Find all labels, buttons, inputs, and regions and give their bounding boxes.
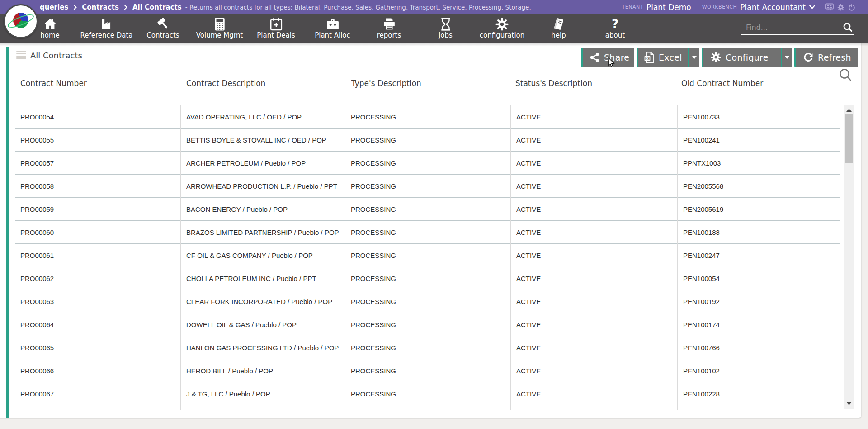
nav-item-reference-data[interactable]: Reference Data [78, 14, 135, 43]
nav-item-volume-mgmt[interactable]: Volume Mgmt [191, 14, 248, 43]
share-button[interactable]: Share [581, 48, 634, 67]
table-row[interactable]: PRO00061 CF OIL & GAS COMPANY / Pueblo /… [15, 244, 840, 267]
cell-types-description: PROCESSING [345, 313, 510, 336]
tenant-label: TENANT [622, 4, 643, 10]
chevron-down-icon[interactable] [809, 5, 815, 9]
cell-old-contract-number: PEN100102 [677, 359, 840, 382]
nav-item-plant-alloc[interactable]: Plant Alloc [304, 14, 361, 43]
table-row[interactable]: PRO00058 ARROWHEAD PRODUCTION L.P. / Pue… [15, 175, 840, 198]
cell-statuss-description: ACTIVE [510, 129, 677, 151]
cell-contract-number: PRO00057 [15, 152, 180, 174]
table-row[interactable]: PRO00060 BRAZOS LIMITED PARTNERSHIP / Pu… [15, 221, 840, 244]
column-header-contract-number[interactable]: Contract Number [20, 79, 87, 88]
cell-statuss-description: ACTIVE [510, 221, 677, 243]
cell-contract-description: ARROWHEAD PRODUCTION L.P. / Pueblo / PPT [180, 175, 345, 197]
nav-shadow [0, 43, 868, 46]
scroll-up-arrow[interactable] [846, 109, 852, 112]
table-row[interactable]: PRO00066 HEROD BILL / Pueblo / POP PROCE… [15, 359, 840, 382]
app-logo[interactable] [4, 4, 38, 38]
refresh-button[interactable]: Refresh [794, 48, 858, 67]
table-body: PRO00054 AVAD OPERATING, LLC / OED / POP… [15, 105, 840, 405]
cell-contract-description: BRAZOS LIMITED PARTNERSHIP / Pueblo / PO… [180, 221, 345, 243]
grid-search-icon[interactable] [838, 68, 853, 84]
breadcrumb-contracts[interactable]: Contracts [82, 3, 119, 11]
accent-border [6, 47, 9, 418]
cell-contract-description: J & TG, LLC / Pueblo / POP [180, 382, 345, 405]
cell-old-contract-number: PEN2005568 [677, 175, 840, 197]
table-row[interactable]: PRO00064 DOWELL OIL & GAS / Pueblo / POP… [15, 313, 840, 336]
cell-contract-description: AVAD OPERATING, LLC / OED / POP [180, 105, 345, 128]
breadcrumb-queries[interactable]: queries [40, 3, 68, 11]
chevron-right-icon [73, 5, 77, 10]
hourglass-icon [440, 17, 451, 31]
scroll-down-arrow[interactable] [846, 402, 852, 405]
cell-types-description: PROCESSING [345, 290, 510, 313]
find-field [741, 18, 854, 35]
cell-old-contract-number: PEN100192 [677, 290, 840, 313]
nav-item-jobs[interactable]: jobs [417, 14, 474, 43]
cell-contract-description: ARCHER PETROLEUM / Pueblo / POP [180, 152, 345, 174]
scrollbar-thumb[interactable] [845, 114, 853, 163]
power-icon[interactable] [848, 4, 855, 11]
nav-item-about[interactable]: ? about [587, 14, 643, 43]
column-header-contract-description[interactable]: Contract Description [186, 79, 265, 88]
cell-types-description: PROCESSING [345, 198, 510, 220]
tenant-value: Plant Demo [646, 3, 691, 12]
cell-contract-description: DOWELL OIL & GAS / Pueblo / POP [180, 313, 345, 336]
cell-contract-description: BACON ENERGY / Pueblo / POP [180, 198, 345, 220]
table-row[interactable]: PRO00059 BACON ENERGY / Pueblo / POP PRO… [15, 198, 840, 221]
briefcase-icon [326, 17, 340, 31]
cell-contract-description: CHOLLA PETROLEUM INC / Pueblo / PPT [180, 267, 345, 290]
vertical-scrollbar[interactable] [844, 105, 854, 409]
cell-contract-number: PRO00061 [15, 244, 180, 267]
nav-item-plant-deals[interactable]: Plant Deals [248, 14, 304, 43]
cell-statuss-description: ACTIVE [510, 382, 677, 405]
column-header-types-description[interactable]: Type's Description [351, 79, 421, 88]
cell-types-description: PROCESSING [345, 244, 510, 267]
nav-item-reports[interactable]: reports [361, 14, 417, 43]
column-header-old-contract-number[interactable]: Old Contract Number [681, 79, 763, 88]
cell-contract-number: PRO00067 [15, 382, 180, 405]
table-row[interactable]: PRO00055 BETTIS BOYLE & STOVALL INC / OE… [15, 129, 840, 152]
nav-item-help[interactable]: help [530, 14, 587, 43]
table-row[interactable]: PRO00062 CHOLLA PETROLEUM INC / Pueblo /… [15, 267, 840, 290]
cell-contract-description: HANLON GAS PROCESSING LTD / Pueblo / POP [180, 336, 345, 359]
cell-contract-number: PRO00064 [15, 313, 180, 336]
cell-statuss-description: ACTIVE [510, 152, 677, 174]
share-icon [590, 52, 599, 62]
configure-dropdown-button[interactable] [781, 48, 792, 67]
column-header-statuss-description[interactable]: Status's Description [515, 79, 592, 88]
calculator-icon [214, 17, 226, 31]
gear-icon[interactable] [837, 4, 844, 11]
svg-text:x: x [646, 56, 649, 61]
workbench-value[interactable]: Plant Accountant [740, 3, 806, 12]
configure-button[interactable]: Configure [702, 48, 792, 67]
nav-item-configuration[interactable]: configuration [474, 14, 530, 43]
nav-item-contracts[interactable]: Contracts [135, 14, 191, 43]
presentation-users-icon[interactable] [825, 3, 834, 11]
find-input[interactable] [746, 22, 836, 33]
cell-statuss-description: ACTIVE [510, 267, 677, 290]
mouse-cursor [608, 57, 618, 70]
table-row[interactable]: PRO00054 AVAD OPERATING, LLC / OED / POP… [15, 105, 840, 129]
cell-contract-number: PRO00060 [15, 221, 180, 243]
table-row[interactable]: PRO00057 ARCHER PETROLEUM / Pueblo / POP… [15, 152, 840, 175]
workbench-label: WORKBENCH [702, 4, 737, 10]
cell-contract-number: PRO00054 [15, 105, 180, 128]
breadcrumb-all-contracts[interactable]: All Contracts [132, 3, 182, 11]
table-row[interactable]: PRO00063 CLEAR FORK INCORPORATED / Puebl… [15, 290, 840, 313]
table-row[interactable]: PRO00065 HANLON GAS PROCESSING LTD / Pue… [15, 336, 840, 359]
gear-icon [495, 17, 509, 31]
excel-button[interactable]: x Excel [637, 48, 699, 67]
excel-file-icon: x [644, 52, 654, 63]
cell-statuss-description: ACTIVE [510, 290, 677, 313]
excel-dropdown-button[interactable] [688, 48, 699, 67]
home-icon [43, 17, 57, 31]
cell-contract-description: CLEAR FORK INCORPORATED / Pueblo / POP [180, 290, 345, 313]
cell-statuss-description: ACTIVE [510, 175, 677, 197]
cell-statuss-description: ACTIVE [510, 313, 677, 336]
table-row[interactable]: PRO00067 J & TG, LLC / Pueblo / POP PROC… [15, 382, 840, 405]
list-icon [16, 51, 26, 59]
search-icon[interactable] [843, 22, 853, 34]
cell-old-contract-number: PEN100174 [677, 313, 840, 336]
